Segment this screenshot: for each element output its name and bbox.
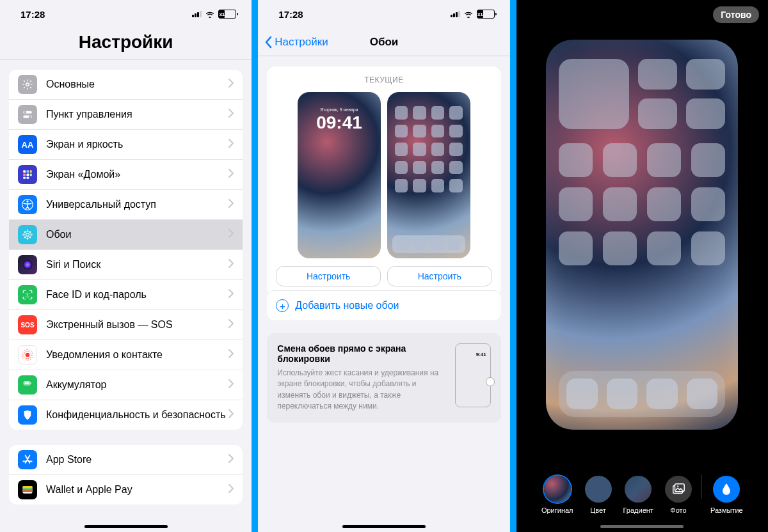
settings-row-sos[interactable]: SOSЭкстренный вызов — SOS: [9, 310, 243, 340]
battery-icon: 31: [477, 10, 495, 19]
svg-rect-10: [30, 174, 32, 176]
lockscreen-preview[interactable]: Вторник, 9 января 09:41: [298, 92, 381, 258]
row-label: Аккумулятор: [46, 379, 228, 391]
svg-rect-8: [23, 174, 26, 176]
svg-point-18: [26, 293, 27, 295]
svg-point-14: [26, 200, 28, 202]
svg-point-4: [29, 116, 31, 118]
color-swatch-icon: [585, 476, 612, 503]
settings-row-appstore[interactable]: App Store: [9, 445, 243, 475]
svg-point-3: [24, 111, 26, 114]
homescreen-preview[interactable]: [387, 92, 470, 258]
tool-original[interactable]: Оригинал: [541, 476, 573, 514]
settings-row-wallpaper[interactable]: Обои: [9, 220, 243, 250]
row-label: Face ID и код-пароль: [46, 289, 228, 301]
settings-row-accessibility[interactable]: Универсальный доступ: [9, 190, 243, 220]
photo-icon: [665, 476, 692, 503]
switches-icon: [18, 105, 37, 124]
row-label: Siri и Поиск: [46, 259, 228, 270]
svg-rect-5: [23, 170, 26, 173]
add-wallpaper-button[interactable]: + Добавить новые обои: [267, 290, 500, 320]
tool-label: Размытие: [710, 506, 743, 514]
chevron-right-icon: [228, 484, 234, 496]
settings-list[interactable]: ОсновныеПункт управленияAAЭкран и яркост…: [0, 59, 252, 532]
settings-row-gear[interactable]: Основные: [9, 70, 243, 100]
settings-row-exposure[interactable]: Уведомления о контакте: [9, 340, 243, 370]
svg-rect-24: [24, 382, 29, 384]
configure-lockscreen-button[interactable]: Настроить: [276, 266, 381, 286]
back-button[interactable]: Настройки: [264, 36, 328, 49]
original-swatch-icon: [544, 476, 571, 503]
svg-rect-28: [23, 489, 33, 490]
tool-photo[interactable]: Фото: [665, 476, 692, 514]
chevron-right-icon: [228, 409, 234, 421]
row-label: Экран и яркость: [46, 139, 228, 150]
svg-rect-7: [30, 170, 32, 173]
svg-rect-25: [31, 383, 31, 384]
page-title: Настройки: [0, 28, 252, 59]
faceid-icon: [18, 285, 37, 304]
settings-row-switches[interactable]: Пункт управления: [9, 100, 243, 130]
lock-date: Вторник, 9 января: [298, 107, 381, 112]
row-label: Основные: [46, 79, 228, 90]
tip-card: Смена обоев прямо с экрана блокировки Ис…: [267, 333, 500, 423]
row-label: Пункт управления: [46, 109, 228, 120]
svg-point-17: [23, 260, 33, 270]
tool-label: Фото: [670, 506, 686, 514]
chevron-right-icon: [228, 79, 234, 90]
toolbar-separator: [701, 474, 701, 499]
wallpaper-editor-screen: Готово Оригинал Цвет Градиент: [516, 0, 768, 532]
done-button[interactable]: Готово: [713, 6, 759, 23]
settings-row-aa[interactable]: AAЭкран и яркость: [9, 130, 243, 160]
tool-color[interactable]: Цвет: [585, 476, 612, 514]
svg-rect-29: [23, 490, 33, 492]
accessibility-icon: [18, 195, 37, 214]
settings-section: ОсновныеПункт управленияAAЭкран и яркост…: [9, 70, 243, 430]
status-bar: 17:28 31: [0, 0, 252, 28]
tool-blur[interactable]: Размытие: [710, 476, 743, 514]
wallpaper-settings-screen: 17:28 31 Настройки Обои ТЕКУЩИЕ Вторник,…: [258, 0, 509, 532]
row-label: App Store: [46, 454, 228, 465]
row-label: Универсальный доступ: [46, 199, 228, 210]
chevron-right-icon: [228, 454, 234, 465]
settings-row-wallet[interactable]: Wallet и Apple Pay: [9, 475, 243, 505]
gradient-swatch-icon: [625, 476, 652, 503]
sos-icon: SOS: [18, 315, 37, 334]
status-time: 17:28: [20, 9, 45, 20]
chevron-right-icon: [228, 349, 234, 361]
tip-body: Используйте жест касания и удерживания н…: [277, 368, 447, 412]
gear-icon: [18, 75, 37, 94]
app-grid: [559, 143, 725, 265]
chevron-right-icon: [228, 199, 234, 210]
settings-row-grid[interactable]: Экран «Домой»: [9, 160, 243, 190]
svg-point-15: [26, 233, 29, 237]
tool-label: Оригинал: [541, 506, 573, 514]
signal-icon: [451, 11, 460, 17]
row-label: Wallet и Apple Pay: [46, 484, 228, 496]
row-label: Уведомления о контакте: [46, 349, 228, 361]
current-wallpaper-card: ТЕКУЩИЕ Вторник, 9 января 09:41 Настроит…: [267, 66, 500, 297]
settings-row-battery[interactable]: Аккумулятор: [9, 370, 243, 400]
chevron-right-icon: [228, 229, 234, 240]
siri-icon: [18, 255, 37, 274]
privacy-icon: [18, 405, 37, 425]
wallpaper-content[interactable]: ТЕКУЩИЕ Вторник, 9 января 09:41 Настроит…: [258, 56, 509, 532]
settings-row-faceid[interactable]: Face ID и код-пароль: [9, 280, 243, 310]
settings-row-siri[interactable]: Siri и Поиск: [9, 250, 243, 280]
wifi-icon: [205, 10, 215, 18]
home-indicator: [84, 525, 168, 528]
home-indicator: [600, 525, 684, 528]
plus-icon: +: [276, 299, 289, 312]
configure-homescreen-button[interactable]: Настроить: [387, 266, 492, 286]
homescreen-editor-preview[interactable]: [546, 40, 738, 430]
swipe-dot-icon: [486, 377, 495, 386]
tip-time: 9:41: [476, 352, 486, 357]
editor-toolbar: Оригинал Цвет Градиент Фото Размытие: [516, 474, 768, 514]
settings-section: App StoreWallet и Apple Pay: [9, 445, 243, 505]
grid-icon: [18, 165, 37, 184]
wifi-icon: [463, 10, 474, 18]
tool-gradient[interactable]: Градиент: [623, 476, 653, 514]
settings-row-privacy[interactable]: Конфиденциальность и безопасность: [9, 400, 243, 430]
status-icons: 31: [192, 10, 236, 19]
svg-rect-27: [23, 486, 33, 488]
